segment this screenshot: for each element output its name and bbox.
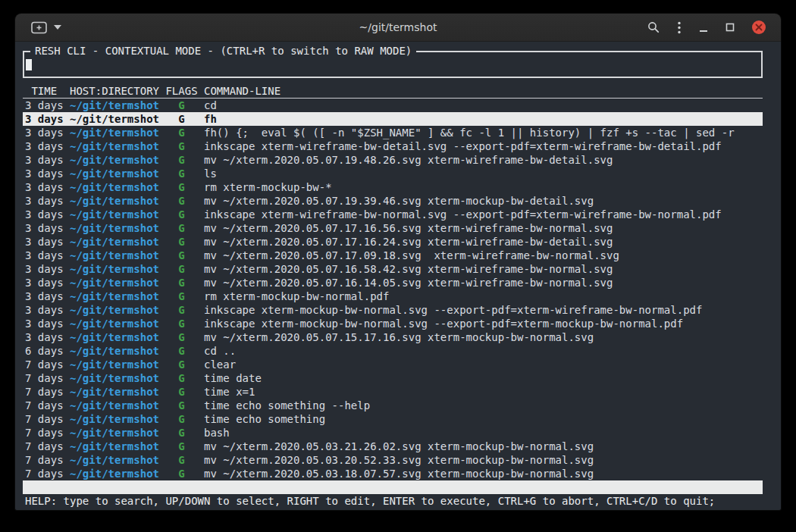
search-button[interactable] xyxy=(647,21,660,33)
row-command: mv ~/xterm.2020.05.03.18.07.57.svg xterm… xyxy=(204,467,763,480)
row-flags: G xyxy=(165,467,197,480)
history-row[interactable]: 3 days~/git/termshotGmv ~/xterm.2020.05.… xyxy=(23,221,763,235)
row-time: 3 days xyxy=(25,208,70,221)
history-row[interactable]: 6 days~/git/termshotGcd .. xyxy=(23,344,763,358)
row-flags: G xyxy=(165,112,197,126)
text-cursor xyxy=(26,59,32,70)
row-command: time echo something --help xyxy=(204,399,763,412)
row-directory: ~/git/termshot xyxy=(70,303,165,317)
row-command: rm xterm-mockup-bw-* xyxy=(204,180,763,194)
row-directory: ~/git/termshot xyxy=(70,112,165,126)
history-row[interactable]: 7 days~/git/termshotGtime echo something xyxy=(23,412,763,426)
row-directory: ~/git/termshot xyxy=(70,235,165,249)
row-time: 3 days xyxy=(25,153,70,167)
history-row[interactable]: 3 days~/git/termshotGmv ~/xterm.2020.05.… xyxy=(23,330,763,344)
row-flags: G xyxy=(165,194,197,208)
history-row[interactable]: 3 days~/git/termshotGinkscape xterm-wire… xyxy=(23,208,763,221)
resh-search-input[interactable]: RESH CLI - CONTEXTUAL MODE - (CTRL+R to … xyxy=(23,51,763,78)
row-command: fh xyxy=(204,112,763,126)
row-command: mv ~/xterm.2020.05.03.21.26.02.svg xterm… xyxy=(204,440,763,453)
titlebar[interactable]: ~/git/termshot xyxy=(15,14,781,42)
history-row[interactable]: 3 days~/git/termshotGcd xyxy=(23,99,763,112)
row-flags: G xyxy=(165,126,197,139)
row-command: mv ~/xterm.2020.05.07.19.48.26.svg xterm… xyxy=(204,153,763,167)
history-row[interactable]: 7 days~/git/termshotGmv ~/xterm.2020.05.… xyxy=(23,440,763,453)
row-time: 7 days xyxy=(25,412,70,426)
row-flags: G xyxy=(165,99,197,112)
row-flags: G xyxy=(165,426,197,440)
new-tab-icon xyxy=(31,21,47,34)
row-directory: ~/git/termshot xyxy=(70,289,165,303)
close-icon xyxy=(755,23,763,31)
row-command: time x=1 xyxy=(204,385,763,399)
row-time: 7 days xyxy=(25,385,70,399)
history-row[interactable]: 3 days~/git/termshotGfh xyxy=(23,112,763,126)
history-row[interactable]: 3 days~/git/termshotGinkscape xterm-mock… xyxy=(23,317,763,330)
close-button[interactable] xyxy=(752,20,766,34)
row-directory: ~/git/termshot xyxy=(70,426,165,440)
row-flags: G xyxy=(165,262,197,276)
tab-dropdown-button[interactable] xyxy=(54,25,61,30)
row-directory: ~/git/termshot xyxy=(70,317,165,330)
search-icon xyxy=(647,21,660,33)
history-row[interactable]: 3 days~/git/termshotGmv ~/xterm.2020.05.… xyxy=(23,235,763,249)
row-command: mv ~/xterm.2020.05.07.17.09.18.svg xterm… xyxy=(204,249,763,262)
new-tab-button[interactable] xyxy=(31,21,47,34)
history-row[interactable]: 3 days~/git/termshotGmv ~/xterm.2020.05.… xyxy=(23,276,763,289)
history-list: 3 days~/git/termshotGcd3 days~/git/terms… xyxy=(23,99,763,480)
history-row[interactable]: 7 days~/git/termshotGclear xyxy=(23,358,763,371)
row-time: 3 days xyxy=(25,167,70,180)
history-row[interactable]: 7 days~/git/termshotGmv ~/xterm.2020.05.… xyxy=(23,453,763,467)
history-row[interactable]: 3 days~/git/termshotGrm xterm-mockup-bw-… xyxy=(23,180,763,194)
history-row[interactable]: 3 days~/git/termshotGmv ~/xterm.2020.05.… xyxy=(23,262,763,276)
row-command: mv ~/xterm.2020.05.07.17.16.24.svg xterm… xyxy=(204,235,763,249)
row-time: 7 days xyxy=(25,426,70,440)
row-directory: ~/git/termshot xyxy=(70,412,165,426)
history-row[interactable]: 7 days~/git/termshotGtime date xyxy=(23,371,763,385)
row-time: 3 days xyxy=(25,126,70,139)
history-row[interactable]: 3 days~/git/termshotGmv ~/xterm.2020.05.… xyxy=(23,194,763,208)
restore-icon xyxy=(725,23,735,32)
history-row[interactable]: 3 days~/git/termshotGinkscape xterm-wire… xyxy=(23,139,763,153)
menu-button[interactable] xyxy=(677,21,682,34)
history-row[interactable]: 7 days~/git/termshotGbash xyxy=(23,426,763,440)
row-command: cd .. xyxy=(204,344,763,358)
row-time: 3 days xyxy=(25,99,70,112)
row-flags: G xyxy=(165,440,197,453)
header-time: TIME xyxy=(25,84,70,98)
history-row[interactable]: 3 days~/git/termshotGfh() {; eval $( ([ … xyxy=(23,126,763,139)
row-directory: ~/git/termshot xyxy=(70,262,165,276)
row-directory: ~/git/termshot xyxy=(70,344,165,358)
history-row[interactable]: 7 days~/git/termshotGtime x=1 xyxy=(23,385,763,399)
row-flags: G xyxy=(165,276,197,289)
row-time: 3 days xyxy=(25,180,70,194)
minimize-icon xyxy=(699,22,708,33)
history-row[interactable]: 3 days~/git/termshotGmv ~/xterm.2020.05.… xyxy=(23,249,763,262)
history-row[interactable]: 3 days~/git/termshotGrm xterm-mockup-bw-… xyxy=(23,289,763,303)
row-directory: ~/git/termshot xyxy=(70,399,165,412)
help-line: HELP: type to search, UP/DOWN to select,… xyxy=(23,494,763,508)
history-row[interactable]: 7 days~/git/termshotGtime echo something… xyxy=(23,399,763,412)
row-command: fh() {; eval $( ([ -n "$ZSH_NAME" ] && f… xyxy=(204,126,763,139)
row-flags: G xyxy=(165,208,197,221)
row-flags: G xyxy=(165,317,197,330)
row-directory: ~/git/termshot xyxy=(70,126,165,139)
row-directory: ~/git/termshot xyxy=(70,99,165,112)
history-row[interactable]: 3 days~/git/termshotGinkscape xterm-mock… xyxy=(23,303,763,317)
restore-button[interactable] xyxy=(725,23,735,32)
row-command: mv ~/xterm.2020.05.07.16.14.05.svg xterm… xyxy=(204,276,763,289)
row-directory: ~/git/termshot xyxy=(70,139,165,153)
row-directory: ~/git/termshot xyxy=(70,153,165,167)
row-time: 3 days xyxy=(25,303,70,317)
row-command: inkscape xterm-wireframe-bw-normal.svg -… xyxy=(204,208,763,221)
minimize-button[interactable] xyxy=(699,22,708,33)
row-time: 3 days xyxy=(25,262,70,276)
history-row[interactable]: 3 days~/git/termshotGls xyxy=(23,167,763,180)
history-row[interactable]: 7 days~/git/termshotGmv ~/xterm.2020.05.… xyxy=(23,467,763,480)
kebab-menu-icon xyxy=(677,21,682,34)
status-bar: 2020-05-08 00:34:56 tower:~/git/termshot… xyxy=(23,480,763,494)
row-time: 7 days xyxy=(25,399,70,412)
header-command-line: COMMAND-LINE xyxy=(204,84,763,98)
history-row[interactable]: 3 days~/git/termshotGmv ~/xterm.2020.05.… xyxy=(23,153,763,167)
desktop-background: ~/git/termshot xyxy=(0,0,796,532)
